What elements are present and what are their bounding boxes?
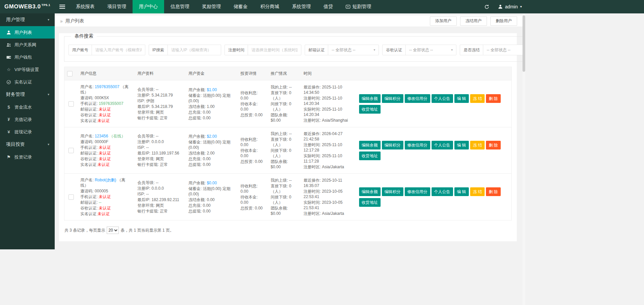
delete-button[interactable]: 删 除 — [486, 141, 500, 149]
delete-button[interactable]: 删 除 — [486, 187, 500, 196]
shipping-address-button[interactable]: 收货地址 — [359, 198, 381, 207]
username-link[interactable]: Robot(勿删) — [95, 178, 116, 182]
time-cell: 最近操作: 2026-04-27 21:42:58注册时间: 2025-11-1… — [301, 127, 356, 174]
search-input[interactable] — [168, 45, 221, 55]
user-funds-cell: 用户余额: $0.00储蓄金: 活期(0.00) 定期(0.00)冻结余额: 0… — [186, 174, 238, 221]
cell-text: 银行卡提现: 正常 — [138, 209, 168, 213]
search-field: 邮箱认证-- 全部状态 --▾ — [305, 45, 379, 55]
cell-text: 间接下级: 0（人） — [271, 148, 291, 158]
sidebar-item-label: 资金流水 — [14, 104, 32, 110]
user-profile-cell: 会员等级: --注册IP: 0.0.0.0ISP: --最后IP: 182.23… — [135, 174, 186, 221]
app-logo-text: GMOWEB3.0 — [4, 3, 41, 10]
row-checkbox[interactable] — [68, 194, 74, 200]
sidebar-item[interactable]: ☆VIP等级设置 — [0, 63, 55, 76]
username-link[interactable]: 15976355007 — [95, 84, 119, 89]
edit-button[interactable]: 编 辑 — [454, 187, 469, 196]
cell-text: 手机认证: — [81, 194, 99, 199]
nav-item[interactable]: 奖励管理 — [196, 0, 227, 13]
personal-notice-button[interactable]: 个人公告 — [432, 94, 453, 103]
delete-user-button[interactable]: 删除用户 — [490, 16, 517, 26]
nav-item[interactable]: 信息管理 — [164, 0, 196, 13]
freeze-user-button[interactable]: 冻结用户 — [460, 16, 487, 26]
delete-button[interactable]: 删 除 — [486, 94, 500, 103]
nav-item[interactable]: 借贷 — [317, 0, 339, 13]
search-select[interactable]: -- 全部状态 --▾ — [406, 45, 456, 55]
video-icon — [346, 4, 350, 9]
sidebar-item[interactable]: ¥提现记录 — [0, 126, 55, 138]
nav-item[interactable]: 项目管理 — [101, 0, 133, 13]
cell-text: 注册时区: Asia/Shanghai — [304, 118, 348, 123]
nav-item[interactable]: 储蓄金 — [227, 0, 254, 13]
edit-balance-button[interactable]: 编辑余额 — [359, 141, 381, 149]
sidebar-group[interactable]: 用户管理▾ — [0, 13, 55, 26]
modify-credit-button[interactable]: 修改信用分 — [405, 94, 430, 103]
nav-item[interactable]: 系统报表 — [69, 0, 101, 13]
main-content: » 用户列表 添加用户冻结用户删除用户 条件搜索 用户账号IP搜索注册时间邮箱认… — [55, 13, 523, 305]
personal-notice-button[interactable]: 个人公告 — [432, 187, 453, 196]
scrollbar-thumb[interactable] — [523, 15, 525, 72]
edit-points-button[interactable]: 编辑积分 — [382, 94, 403, 103]
cell-text: 注册时间: 2023-10-05 22:53:41 — [304, 189, 343, 199]
username-link[interactable]: 123456 — [95, 134, 108, 138]
nav-item[interactable]: 积分商城 — [254, 0, 286, 13]
modify-credit-button[interactable]: 修改信用分 — [405, 141, 430, 149]
row-checkbox[interactable] — [68, 148, 74, 153]
edit-balance-button[interactable]: 编辑余额 — [359, 94, 381, 103]
sidebar-group[interactable]: 项目投资▾ — [0, 138, 55, 151]
column-header: 投资详情 — [238, 67, 268, 80]
scrollbar[interactable] — [523, 13, 525, 305]
edit-points-button[interactable]: 编辑积分 — [382, 141, 403, 149]
cell-text: 用户余额: — [189, 134, 207, 139]
sidebar-group[interactable]: 财务管理▾ — [0, 88, 55, 101]
edit-button[interactable]: 编 辑 — [454, 94, 469, 103]
page-actions: 添加用户冻结用户删除用户 — [430, 16, 517, 26]
personal-notice-button[interactable]: 个人公告 — [432, 141, 453, 149]
cell-text: 银行卡提现: 正常 — [138, 116, 168, 120]
user-info-cell: 用户名: 15976355007 （离线）邀请码: 000K5X手机认证: 15… — [78, 80, 135, 127]
modify-credit-button[interactable]: 修改信用分 — [405, 187, 430, 196]
sidebar-item[interactable]: 用户关系网 — [0, 39, 55, 51]
shipping-address-button[interactable]: 收货地址 — [359, 151, 381, 160]
per-page-select[interactable]: 20 — [107, 227, 119, 234]
topbar-right: admin ▾ — [484, 0, 522, 13]
cell-text: 总提现: 0.00 — [189, 116, 211, 120]
search-input[interactable] — [248, 45, 301, 55]
cell-text: 总提现: 0.00 — [189, 162, 211, 167]
freeze-button[interactable]: 冻 结 — [470, 187, 485, 196]
search-select[interactable]: -- 全部状态 --▾ — [483, 45, 523, 55]
sidebar-item[interactable]: $资金流水 — [0, 101, 55, 113]
freeze-button[interactable]: 冻 结 — [470, 94, 485, 103]
freeze-button[interactable]: 冻 结 — [470, 141, 485, 149]
shipping-address-button[interactable]: 收货地址 — [359, 105, 381, 114]
chevron-down-icon: ▾ — [374, 48, 375, 52]
refresh-icon[interactable] — [484, 4, 489, 9]
cell-text: 冻结余额: 0.00 — [189, 197, 215, 202]
nav-item[interactable]: 系统管理 — [286, 0, 317, 13]
user-funds-cell: 用户余额: $2.00储蓄金: 活期(0.00) 定期(0.00)冻结余额: 2… — [186, 127, 238, 174]
cell-text: 最后IP: 5.34.218.79 — [138, 104, 173, 109]
add-user-button[interactable]: 添加用户 — [430, 16, 457, 26]
cell-text: 储蓄金: 活期(0.00) 定期(0.00) — [189, 186, 231, 196]
hamburger-menu-icon[interactable] — [55, 0, 69, 13]
edit-points-button[interactable]: 编辑积分 — [382, 187, 403, 196]
edit-balance-button[interactable]: 编辑余额 — [359, 187, 381, 196]
cell-text: 邀请码: 000K5X — [81, 96, 109, 100]
search-select[interactable]: -- 全部状态 --▾ — [328, 45, 379, 55]
nav-item[interactable]: 用户中心 — [133, 0, 164, 13]
sidebar-item[interactable]: 用户列表 — [0, 26, 55, 39]
row-checkbox[interactable] — [68, 101, 74, 107]
sidebar-item[interactable]: 实名认证 — [0, 76, 55, 88]
nav-item-label: 项目管理 — [107, 4, 126, 10]
sidebar-item[interactable]: ⚑投资记录 — [0, 151, 55, 163]
sidebar-item[interactable]: 用户钱包 — [0, 51, 55, 63]
select-all-checkbox[interactable] — [67, 71, 72, 76]
admin-menu[interactable]: admin ▾ — [498, 4, 522, 9]
sidebar-item[interactable]: ₮充值记录 — [0, 113, 55, 126]
column-header-actions — [356, 67, 512, 80]
promotion-cell: 我的上级: --直接下级: 0（人）间接下级: 0（人）团队余额: $0.00 — [268, 174, 301, 221]
flag-icon: ⚑ — [6, 155, 11, 160]
nav-item[interactable]: 短剧管理 — [339, 0, 378, 13]
edit-button[interactable]: 编 辑 — [454, 141, 469, 149]
nav-item-label: 借贷 — [324, 4, 333, 10]
search-input[interactable] — [92, 45, 145, 55]
